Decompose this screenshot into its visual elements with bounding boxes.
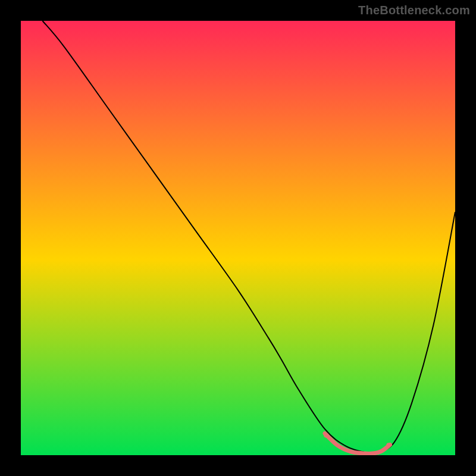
gradient-bg — [21, 21, 455, 455]
valley-dot — [324, 433, 328, 437]
chart-frame: TheBottleneck.com — [0, 0, 476, 476]
plot-area — [21, 21, 455, 455]
watermark-text: TheBottleneck.com — [358, 4, 470, 17]
valley-dot — [386, 443, 391, 447]
plot-svg — [21, 21, 455, 455]
